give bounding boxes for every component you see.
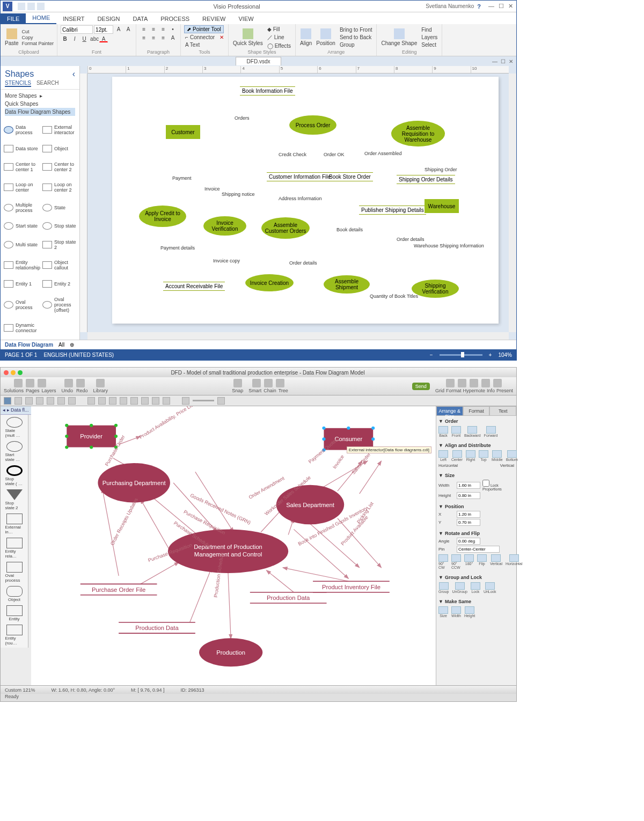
help-icon[interactable]: ? xyxy=(477,3,481,10)
library-shape[interactable]: Stop state ( … xyxy=(5,465,24,486)
pages-icon[interactable] xyxy=(26,379,34,387)
align-top[interactable]: Top xyxy=(479,450,488,461)
text-tool-button[interactable]: A Text xyxy=(184,41,201,48)
info-icon[interactable] xyxy=(481,379,490,387)
library-shape[interactable]: Object xyxy=(5,586,24,602)
tool-8-icon[interactable] xyxy=(87,397,95,405)
stencils-tab[interactable]: STENCILS xyxy=(5,80,31,87)
drawing-page[interactable]: Book Information FileCustomer Informatio… xyxy=(112,77,499,324)
zoom-readout[interactable]: Custom 121% xyxy=(5,687,35,693)
position-button[interactable]: Position xyxy=(315,27,336,47)
y-input[interactable] xyxy=(457,519,480,526)
change-shape-button[interactable]: Change Shape xyxy=(380,27,418,47)
doc-close-icon[interactable]: ✕ xyxy=(509,58,513,64)
dfd-process-assemble-ship[interactable]: Assemble Shipment xyxy=(324,275,370,294)
zoom-level[interactable]: 104% xyxy=(498,352,512,358)
dfd-store-ship-order[interactable]: Shipping Order Details xyxy=(397,175,455,184)
tool-11-icon[interactable] xyxy=(120,397,127,405)
align-middle[interactable]: Middle xyxy=(492,450,503,461)
effects-button[interactable]: ◯Effects xyxy=(266,42,292,49)
strike-button[interactable]: abc xyxy=(90,35,98,42)
library-icon[interactable] xyxy=(96,379,105,387)
tool-15-icon[interactable] xyxy=(163,397,170,405)
redo-icon[interactable] xyxy=(76,379,85,387)
make-same-size[interactable]: Size xyxy=(438,606,448,618)
pointer-tool-icon[interactable] xyxy=(4,397,11,405)
tab-review[interactable]: REVIEW xyxy=(196,13,232,24)
rotate-text-icon[interactable]: A xyxy=(169,34,177,41)
user-name[interactable]: Svetlana Naumenko xyxy=(426,3,474,9)
undo-icon[interactable] xyxy=(27,3,35,10)
size-select[interactable] xyxy=(94,25,113,34)
minimize-icon[interactable]: — xyxy=(488,3,494,10)
zoom-icon[interactable] xyxy=(18,370,23,375)
stencil-item[interactable]: Data process xyxy=(4,120,40,140)
stencil-item[interactable]: Center to center 2 xyxy=(42,157,76,177)
dfd-store-book-info[interactable]: Book Information File xyxy=(240,86,295,96)
stencil-item[interactable]: Loop on center 2 xyxy=(42,178,76,197)
dfd-store-account-recv[interactable]: Account Receivable File xyxy=(163,282,225,291)
stencil-item[interactable]: Entity 1 xyxy=(4,276,40,292)
stencil-item[interactable]: Data store xyxy=(4,141,40,157)
format-icon[interactable] xyxy=(458,379,466,387)
flip-h[interactable]: Horizontal xyxy=(506,554,523,569)
add-page-icon[interactable]: ⊕ xyxy=(70,342,74,348)
make-same-width[interactable]: Width xyxy=(451,606,461,618)
grid-icon[interactable] xyxy=(446,379,455,387)
zoom-slider[interactable] xyxy=(193,400,214,401)
select-button[interactable]: Select xyxy=(420,41,438,48)
rotate-cw[interactable]: 90° CW xyxy=(438,554,448,569)
stencil-item[interactable]: Entity relationship xyxy=(4,255,40,275)
quick-shapes[interactable]: Quick Shapes xyxy=(5,100,75,108)
language[interactable]: ENGLISH (UNITED STATES) xyxy=(43,352,114,358)
tool-14-icon[interactable] xyxy=(152,397,159,405)
shrink-font-icon[interactable]: A xyxy=(124,25,133,33)
align-mid-icon[interactable]: ≡ xyxy=(149,25,158,33)
page-all[interactable]: All xyxy=(58,342,64,348)
tab-design[interactable]: DESIGN xyxy=(91,13,126,24)
dfd-external-customer[interactable]: Customer xyxy=(166,125,200,139)
library-header[interactable]: ◂ ▸ Data fl... xyxy=(1,406,31,415)
doc-max-icon[interactable]: ☐ xyxy=(501,58,506,64)
stencil-item[interactable]: Oval process (offset) xyxy=(42,293,76,318)
quick-styles-button[interactable]: Quick Styles xyxy=(232,27,264,47)
width-input[interactable] xyxy=(457,482,480,489)
smart-icon[interactable] xyxy=(252,379,261,387)
library-shape[interactable]: Entity (rou… xyxy=(5,625,24,646)
align-left-icon[interactable]: ≡ xyxy=(140,34,148,41)
stencil-item[interactable]: Object callout xyxy=(42,255,76,275)
snap-icon[interactable] xyxy=(233,379,242,387)
dfd-process-invoice-creation[interactable]: Invoice Creation xyxy=(245,274,294,291)
minimize-icon[interactable] xyxy=(11,370,16,375)
height-input[interactable] xyxy=(457,492,480,499)
drawing-canvas[interactable]: Purchase Order FileProduction DataProduc… xyxy=(31,406,436,685)
find-button[interactable]: Find xyxy=(420,26,438,33)
dfd-process-assemble-req[interactable]: Assemble Requisition to Warehouse xyxy=(391,121,445,146)
flip[interactable]: Flip xyxy=(477,554,487,569)
btn-group[interactable]: Group xyxy=(438,582,449,593)
redo-icon[interactable] xyxy=(37,3,45,10)
library-shape[interactable]: Start state … xyxy=(5,441,24,462)
connector-button[interactable]: ⌐Connector✕ xyxy=(184,34,225,41)
copy-button[interactable]: Copy xyxy=(22,35,54,40)
btn-unlock[interactable]: UnLock xyxy=(484,582,496,593)
stencil-item[interactable]: Oval process xyxy=(4,293,40,318)
dfd-external-warehouse[interactable]: Warehouse xyxy=(425,199,459,213)
tool-4-icon[interactable] xyxy=(36,397,43,405)
tool-7-icon[interactable] xyxy=(68,397,76,405)
tab-data[interactable]: DATA xyxy=(127,13,155,24)
tab-arrange[interactable]: Arrange & Size xyxy=(436,406,463,416)
tab-view[interactable]: VIEW xyxy=(232,13,260,24)
fill-button[interactable]: ◆Fill xyxy=(266,26,292,33)
cut-button[interactable]: Cut xyxy=(22,29,54,34)
paste-button[interactable]: Paste xyxy=(4,27,20,47)
make-same-height[interactable]: Height xyxy=(464,606,475,618)
bold-button[interactable]: B xyxy=(61,35,69,42)
font-select[interactable] xyxy=(61,25,93,34)
rotate-180[interactable]: 180° xyxy=(464,554,474,569)
bring-front-button[interactable]: Bring to Front xyxy=(339,26,374,33)
align-button[interactable]: Align xyxy=(299,27,313,47)
send-button[interactable]: Send xyxy=(412,383,430,390)
zoom-slider[interactable] xyxy=(440,354,482,356)
align-right[interactable]: Right xyxy=(466,450,475,461)
